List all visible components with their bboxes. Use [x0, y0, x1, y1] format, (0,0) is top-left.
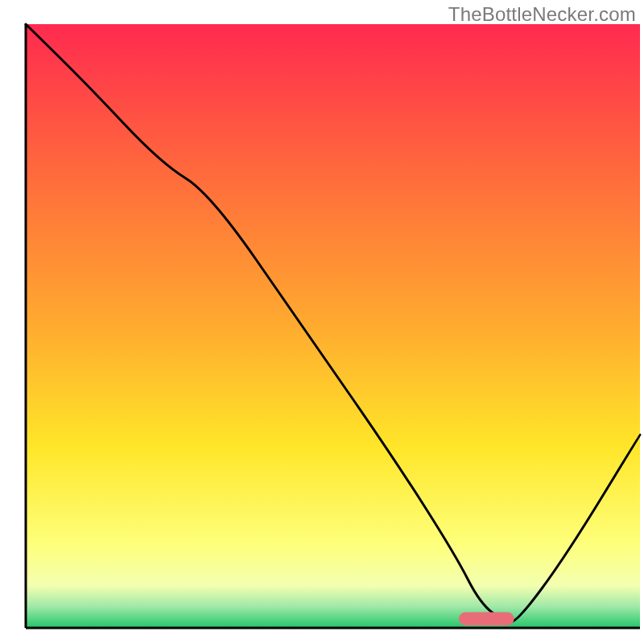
bottleneck-chart: [0, 0, 644, 644]
watermark-text: TheBottleNecker.com: [448, 3, 636, 26]
optimal-marker: [459, 613, 514, 626]
chart-background: [26, 24, 640, 628]
chart-container: TheBottleNecker.com: [0, 0, 644, 644]
